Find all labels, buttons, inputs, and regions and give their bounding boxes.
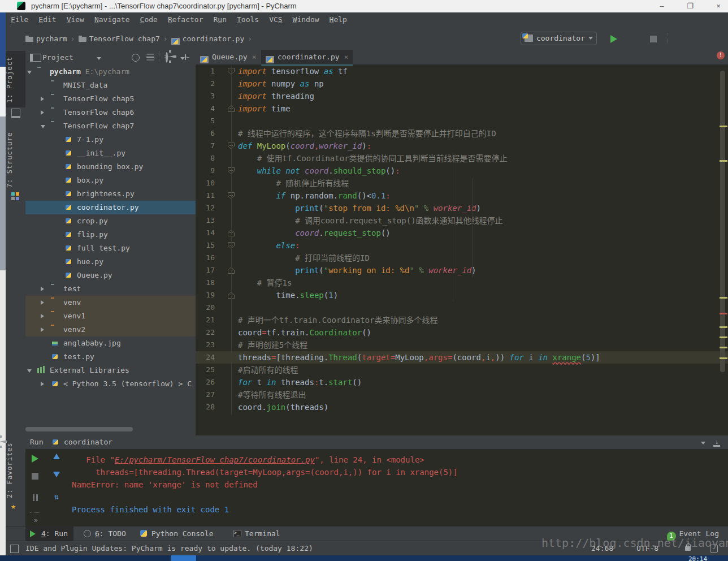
code-line[interactable]: import numpy as np <box>238 77 324 90</box>
tree-item-venv[interactable]: venv <box>25 296 196 309</box>
chevron-expanded-icon[interactable] <box>41 125 45 128</box>
code-line[interactable]: # 线程中运行的程序，这个程序每隔1s判断是否需要停止并打印自己的ID <box>238 127 496 140</box>
event-log-button[interactable]: 1Event Log <box>667 527 719 541</box>
chevron-collapsed-icon[interactable] <box>41 382 44 386</box>
code-line[interactable]: # 调用coord.request_stop()函数来通知其他线程停止 <box>238 214 503 227</box>
menu-help[interactable]: Help <box>324 12 352 27</box>
tree-item-hue-py[interactable]: hue.py <box>25 255 196 269</box>
menu-file[interactable]: File <box>6 12 33 27</box>
taskbar-active-app[interactable] <box>171 555 196 561</box>
close-tab-icon[interactable]: × <box>344 53 349 61</box>
chevron-collapsed-icon[interactable] <box>41 327 44 332</box>
editor-tab[interactable]: coordinator.py× <box>261 50 353 66</box>
menu-refactor[interactable]: Refactor <box>163 12 209 27</box>
menu-edit[interactable]: Edit <box>33 12 61 27</box>
tree-item-venv2[interactable]: venv2 <box>25 323 196 336</box>
console-output[interactable]: File "E:/pycharm/TensorFlow chap7/coordi… <box>25 451 681 525</box>
breadcrumb-item[interactable]: coordinator.py <box>171 34 245 43</box>
chevron-collapsed-icon[interactable] <box>41 314 44 318</box>
chevron-collapsed-icon[interactable] <box>41 300 44 305</box>
tree-item-anglababy-jpg[interactable]: anglababy.jpg <box>25 336 196 350</box>
tree-item-venv1[interactable]: venv1 <box>25 309 196 323</box>
toolwindow-toggle-icon[interactable] <box>10 545 19 553</box>
collapse-panels-icon[interactable] <box>146 57 154 58</box>
editor-tab[interactable]: Queue.py× <box>196 50 261 64</box>
code-area[interactable]: 1import tensorflow as tf2import numpy as… <box>196 65 728 435</box>
file-encoding[interactable]: UTF-8 <box>636 544 658 553</box>
close-tab-icon[interactable]: × <box>252 53 257 61</box>
locate-icon[interactable] <box>132 54 140 62</box>
tree-item-test[interactable]: test <box>25 282 196 296</box>
stop-button[interactable] <box>650 36 657 42</box>
chevron-collapsed-icon[interactable] <box>41 110 44 115</box>
code-line[interactable]: while not coord.should_stop(): <box>238 165 400 177</box>
editor-area[interactable]: Queue.py×coordinator.py× 1import tensorf… <box>196 50 728 435</box>
code-line[interactable]: def MyLoop(coord,worker_id): <box>238 140 371 152</box>
restore-button[interactable]: ❐ <box>682 1 699 11</box>
tree-item-7-1-py[interactable]: 7-1.py <box>25 133 196 146</box>
chevron-down-icon[interactable] <box>97 57 101 60</box>
code-line[interactable]: coord=tf.train.Coordinator() <box>238 326 371 339</box>
code-line[interactable]: time.sleep(1) <box>238 289 338 301</box>
code-line[interactable]: import time <box>238 102 291 115</box>
hide-panel-icon[interactable]: ↓ <box>713 438 720 447</box>
code-line[interactable]: # 随机停止所有线程 <box>238 177 349 189</box>
file-link[interactable]: E:/pycharm/TensorFlow chap7/coordinator.… <box>115 455 315 464</box>
menu-run[interactable]: Run <box>209 12 232 27</box>
breadcrumb-item[interactable]: TensorFlow chap7 <box>79 34 160 43</box>
tree-item-pycharm[interactable]: pycharmE:\pycharm <box>25 65 196 79</box>
toolbutton-structure[interactable]: 7: Structure <box>6 129 25 191</box>
run-config-select[interactable]: coordinator <box>521 32 597 45</box>
code-line[interactable]: #等待所有线程退出 <box>238 389 306 401</box>
code-line[interactable]: if np.random.rand()<0.1: <box>238 189 391 202</box>
bottom-tab-terminal[interactable]: >_Terminal <box>229 527 286 541</box>
code-line[interactable]: #启动所有的线程 <box>238 364 298 376</box>
tree-item-box-py[interactable]: box.py <box>25 174 196 187</box>
bottom-tab-6-todo[interactable]: 6: TODO <box>79 527 132 541</box>
code-line[interactable]: print("working on id: %d" % worker_id) <box>238 264 476 277</box>
chevron-expanded-icon[interactable] <box>27 71 32 74</box>
code-line[interactable]: print("stop from id: %d\n" % worker_id) <box>238 202 481 214</box>
bottom-tab-4-run[interactable]: 4: Run <box>25 527 73 541</box>
menu-vcs[interactable]: VCS <box>264 12 287 27</box>
menu-code[interactable]: Code <box>135 12 163 27</box>
chevron-collapsed-icon[interactable] <box>41 287 44 291</box>
tree-item-external-libraries[interactable]: External Libraries <box>25 364 196 377</box>
breadcrumb-item[interactable]: pycharm <box>25 34 67 43</box>
tree-item-test-py[interactable]: test.py <box>25 350 196 364</box>
lock-icon[interactable] <box>685 546 691 551</box>
gear-icon[interactable] <box>166 52 168 63</box>
tree-item-tensorflow-chap7[interactable]: TensorFlow chap7 <box>25 119 196 133</box>
tree-item-flip-py[interactable]: flip.py <box>25 228 196 241</box>
tree-item-queue-py[interactable]: Queue.py <box>25 269 196 282</box>
toolbutton-favorites[interactable]: 2: Favorites <box>6 442 25 499</box>
code-line[interactable]: # 声明创建5个线程 <box>238 339 307 351</box>
menu-tools[interactable]: Tools <box>232 12 264 27</box>
code-line[interactable]: else: <box>238 239 300 252</box>
code-line[interactable]: import tensorflow as tf <box>238 65 348 77</box>
tree-item-tensorflow-chap5[interactable]: TensorFlow chap5 <box>25 92 196 106</box>
bottom-tab-python-console[interactable]: Python Console <box>136 527 219 541</box>
code-line[interactable]: for t in threads:t.start() <box>238 376 362 389</box>
code-line[interactable]: coord.request_stop() <box>238 227 391 239</box>
code-line[interactable]: import threading <box>238 90 314 102</box>
tree-item-brightness-py[interactable]: brightness.py <box>25 187 196 201</box>
tree-item-tensorflow-chap6[interactable]: TensorFlow chap6 <box>25 106 196 119</box>
horizontal-scrollbar[interactable] <box>25 427 133 431</box>
status-message[interactable]: IDE and Plugin Updates: PyCharm is ready… <box>25 544 313 553</box>
tree-item-bounding-box-py[interactable]: bounding box.py <box>25 160 196 174</box>
menu-window[interactable]: Window <box>288 12 324 27</box>
toolbutton-project[interactable]: 1: Project <box>6 54 25 105</box>
code-line[interactable]: threads=[threading.Thread(target=MyLoop,… <box>238 351 600 364</box>
tree-item--python-3-5-tensorflow-c[interactable]: < Python 3.5 (tensorflow) > C <box>25 377 196 391</box>
tree-item-full-test-py[interactable]: full test.py <box>25 241 196 255</box>
code-line[interactable]: coord.join(threads) <box>238 401 328 413</box>
chevron-collapsed-icon[interactable] <box>41 97 44 101</box>
close-button[interactable]: × <box>710 1 727 11</box>
code-line[interactable]: # 声明一个tf.train.Coordinator类来协同多个线程 <box>238 314 437 326</box>
menu-view[interactable]: View <box>62 12 89 27</box>
run-button[interactable] <box>610 35 617 43</box>
code-line[interactable]: # 打印当前线程的ID <box>238 252 370 264</box>
project-tool-icon[interactable] <box>11 109 20 118</box>
chevron-expanded-icon[interactable] <box>27 369 32 373</box>
